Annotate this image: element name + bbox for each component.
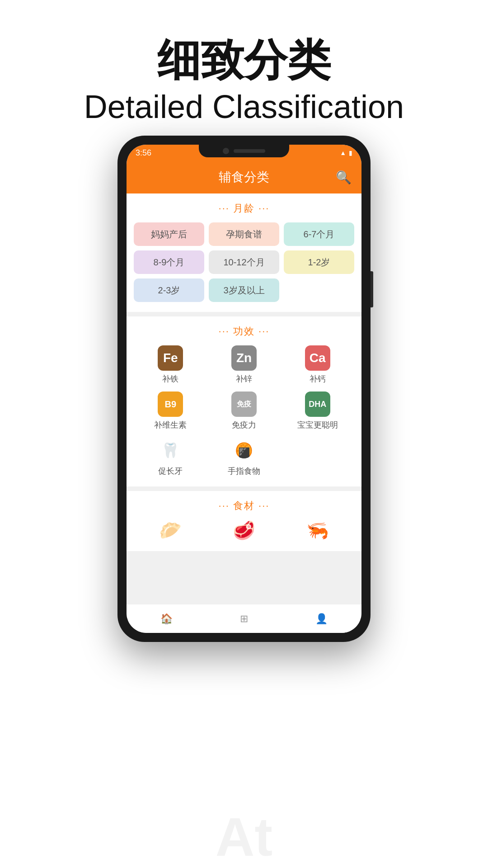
food-section: ··· 食材 ··· 🥟 🥩 🦐	[127, 491, 361, 551]
phone-mockup: 3:56 ▲ ▮ 辅食分类 🔍 ··· 月龄 ··· 妈妈产后	[117, 136, 371, 642]
home-icon: 🏠	[160, 613, 173, 625]
age-row-1: 妈妈产后 孕期食谱 6-7个月	[134, 222, 354, 246]
function-section-header: ··· 功效 ···	[134, 325, 354, 338]
age-btn-3y-plus[interactable]: 3岁及以上	[209, 278, 279, 302]
age-btn-postnatal[interactable]: 妈妈产后	[134, 222, 204, 246]
age-grid: 妈妈产后 孕期食谱 6-7个月 8-9个月 10-12个月 1-2岁 2-3岁 …	[134, 222, 354, 302]
func-item-vitamin[interactable]: B9 补维生素	[150, 392, 191, 430]
page-title-chinese: 细致分类	[0, 36, 488, 84]
app-title: 辅食分类	[219, 169, 269, 186]
phone-screen: 3:56 ▲ ▮ 辅食分类 🔍 ··· 月龄 ··· 妈妈产后	[127, 145, 361, 633]
phone-notch	[199, 145, 289, 157]
nav-home[interactable]: 🏠	[160, 613, 173, 625]
nav-profile[interactable]: 👤	[315, 613, 328, 625]
phone-side-button	[371, 271, 373, 307]
status-icons: ▲ ▮	[340, 149, 352, 156]
func-item-iron[interactable]: Fe 补铁	[150, 345, 191, 384]
phone-speaker	[234, 149, 265, 153]
calcium-icon: Ca	[305, 345, 330, 371]
immune-label: 免疫力	[232, 420, 256, 430]
age-row-2: 8-9个月 10-12个月 1-2岁	[134, 250, 354, 274]
zinc-icon: Zn	[231, 345, 257, 371]
age-section: ··· 月龄 ··· 妈妈产后 孕期食谱 6-7个月 8-9个月 10-12个月…	[127, 193, 361, 312]
phone-camera	[223, 148, 229, 154]
function-grid: Fe 补铁 Zn 补锌 Ca 补钙	[134, 345, 354, 476]
age-btn-10-12m[interactable]: 10-12个月	[209, 250, 279, 274]
bottom-at-text: At	[0, 778, 488, 868]
food-section-header: ··· 食材 ···	[134, 499, 354, 513]
profile-icon: 👤	[315, 613, 328, 625]
food-item-shrimp[interactable]: 🦐	[306, 520, 329, 541]
page-title-english: Detailed Classification	[0, 84, 488, 130]
finger-food-label: 手指食物	[228, 466, 260, 476]
func-row-1: Fe 补铁 Zn 补锌 Ca 补钙	[134, 345, 354, 384]
app-header: 辅食分类 🔍	[127, 161, 361, 193]
vitamin-icon: B9	[158, 392, 183, 417]
func-item-finger-food[interactable]: 🍘 手指食物	[224, 438, 264, 476]
age-btn-8-9m[interactable]: 8-9个月	[134, 250, 204, 274]
grid-icon: ⊞	[240, 613, 248, 625]
food-item-dumpling[interactable]: 🥟	[159, 520, 182, 541]
nav-categories[interactable]: ⊞	[240, 613, 248, 625]
bottom-nav: 🏠 ⊞ 👤	[127, 604, 361, 633]
teeth-label: 促长牙	[158, 466, 183, 476]
shrimp-icon: 🦐	[306, 520, 329, 541]
battery-icon: ▮	[349, 149, 352, 156]
food-grid: 🥟 🥩 🦐	[134, 520, 354, 541]
func-item-dha[interactable]: DHA 宝宝更聪明	[297, 392, 338, 430]
dumpling-icon: 🥟	[159, 520, 182, 541]
func-item-zinc[interactable]: Zn 补锌	[224, 345, 264, 384]
func-item-teeth[interactable]: 🦷 促长牙	[150, 438, 191, 476]
finger-food-icon: 🍘	[231, 438, 257, 463]
teeth-icon: 🦷	[158, 438, 183, 463]
iron-label: 补铁	[162, 373, 178, 384]
signal-icon: ▲	[340, 149, 346, 156]
status-time: 3:56	[136, 148, 151, 158]
func-row-2: B9 补维生素 免疫 免疫力 DHA 宝宝更聪明	[134, 392, 354, 430]
food-item-meat[interactable]: 🥩	[233, 520, 255, 541]
phone-outer-shell: 3:56 ▲ ▮ 辅食分类 🔍 ··· 月龄 ··· 妈妈产后	[117, 136, 371, 642]
immune-icon: 免疫	[231, 392, 257, 417]
calcium-label: 补钙	[310, 373, 326, 384]
vitamin-label: 补维生素	[154, 420, 187, 430]
func-row-3: 🦷 促长牙 🍘 手指食物	[134, 438, 354, 476]
screen-content: ··· 月龄 ··· 妈妈产后 孕期食谱 6-7个月 8-9个月 10-12个月…	[127, 193, 361, 604]
func-item-immune[interactable]: 免疫 免疫力	[224, 392, 264, 430]
age-btn-pregnancy[interactable]: 孕期食谱	[209, 222, 279, 246]
dha-icon: DHA	[305, 392, 330, 417]
age-btn-1-2y[interactable]: 1-2岁	[284, 250, 354, 274]
function-section: ··· 功效 ··· Fe 补铁 Zn 补锌	[127, 316, 361, 486]
age-section-header: ··· 月龄 ···	[134, 202, 354, 215]
search-icon[interactable]: 🔍	[336, 170, 352, 185]
func-item-calcium[interactable]: Ca 补钙	[297, 345, 338, 384]
zinc-label: 补锌	[236, 373, 252, 384]
meat-icon: 🥩	[233, 520, 255, 541]
age-btn-2-3y[interactable]: 2-3岁	[134, 278, 204, 302]
iron-icon: Fe	[158, 345, 183, 371]
dha-label: 宝宝更聪明	[297, 420, 338, 430]
age-row-3: 2-3岁 3岁及以上	[134, 278, 354, 302]
age-btn-6-7m[interactable]: 6-7个月	[284, 222, 354, 246]
page-header: 细致分类 Detailed Classification	[0, 0, 488, 147]
